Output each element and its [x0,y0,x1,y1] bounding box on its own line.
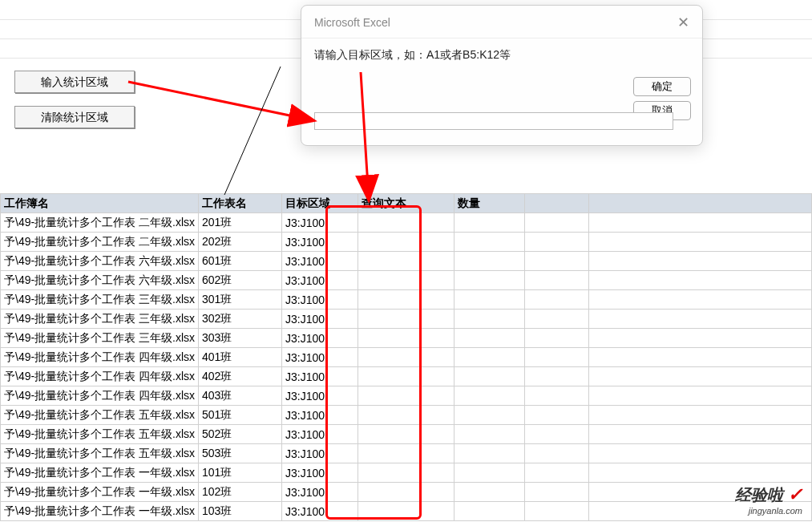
cell-range[interactable]: J3:J100 [282,252,358,271]
cell-empty[interactable] [525,502,589,521]
cell-count[interactable] [454,483,525,502]
cell-worksheet[interactable]: 101班 [199,463,282,483]
cell-query[interactable] [358,425,454,444]
target-range-input[interactable] [314,112,673,130]
cell-empty[interactable] [589,367,812,386]
cell-count[interactable] [454,348,525,367]
cell-worksheet[interactable]: 602班 [199,271,282,290]
cell-count[interactable] [454,290,525,310]
cell-range[interactable]: J3:J100 [282,483,358,502]
cell-query[interactable] [358,406,454,425]
cell-workbook[interactable]: 予\49-批量统计多个工作表 三年级.xlsx [1,329,199,348]
cell-query[interactable] [358,271,454,290]
cell-query[interactable] [358,483,454,502]
cell-range[interactable]: J3:J100 [282,367,358,386]
cell-workbook[interactable]: 予\49-批量统计多个工作表 五年级.xlsx [1,425,199,444]
table-row[interactable]: 予\49-批量统计多个工作表 四年级.xlsx401班J3:J100 [1,348,812,367]
input-stat-area-button[interactable]: 输入统计区域 [14,71,135,93]
cell-query[interactable] [358,290,454,310]
cell-empty[interactable] [525,425,589,444]
table-row[interactable]: 予\49-批量统计多个工作表 三年级.xlsx302班J3:J100 [1,310,812,329]
cell-range[interactable]: J3:J100 [282,425,358,444]
cell-workbook[interactable]: 予\49-批量统计多个工作表 一年级.xlsx [1,483,199,502]
cell-workbook[interactable]: 予\49-批量统计多个工作表 一年级.xlsx [1,502,199,521]
cell-range[interactable]: J3:J100 [282,329,358,348]
cell-query[interactable] [358,348,454,367]
cell-empty[interactable] [589,233,812,252]
cell-workbook[interactable]: 予\49-批量统计多个工作表 一年级.xlsx [1,463,199,483]
cell-empty[interactable] [589,444,812,463]
cell-workbook[interactable]: 予\49-批量统计多个工作表 四年级.xlsx [1,386,199,406]
cell-worksheet[interactable]: 102班 [199,483,282,502]
cell-workbook[interactable]: 予\49-批量统计多个工作表 四年级.xlsx [1,367,199,386]
cell-count[interactable] [454,502,525,521]
cell-range[interactable]: J3:J100 [282,310,358,329]
cell-range[interactable]: J3:J100 [282,502,358,521]
table-row[interactable]: 予\49-批量统计多个工作表 五年级.xlsx501班J3:J100 [1,406,812,425]
cell-range[interactable]: J3:J100 [282,271,358,290]
table-row[interactable]: 予\49-批量统计多个工作表 三年级.xlsx303班J3:J100 [1,329,812,348]
table-row[interactable]: 予\49-批量统计多个工作表 四年级.xlsx402班J3:J100 [1,367,812,386]
cell-query[interactable] [358,444,454,463]
cell-query[interactable] [358,213,454,233]
cell-query[interactable] [358,252,454,271]
cell-query[interactable] [358,386,454,406]
cell-worksheet[interactable]: 303班 [199,329,282,348]
table-row[interactable]: 予\49-批量统计多个工作表 三年级.xlsx301班J3:J100 [1,290,812,310]
cell-worksheet[interactable]: 502班 [199,425,282,444]
cell-empty[interactable] [525,329,589,348]
cell-query[interactable] [358,502,454,521]
cell-worksheet[interactable]: 501班 [199,406,282,425]
cell-count[interactable] [454,406,525,425]
cell-empty[interactable] [525,233,589,252]
cell-workbook[interactable]: 予\49-批量统计多个工作表 五年级.xlsx [1,444,199,463]
cell-workbook[interactable]: 予\49-批量统计多个工作表 六年级.xlsx [1,271,199,290]
cell-empty[interactable] [589,271,812,290]
cell-workbook[interactable]: 予\49-批量统计多个工作表 三年级.xlsx [1,290,199,310]
clear-stat-area-button[interactable]: 清除统计区域 [14,106,135,128]
cell-count[interactable] [454,444,525,463]
cell-range[interactable]: J3:J100 [282,406,358,425]
cell-worksheet[interactable]: 503班 [199,444,282,463]
cell-empty[interactable] [525,252,589,271]
cell-empty[interactable] [525,213,589,233]
cell-query[interactable] [358,310,454,329]
table-row[interactable]: 予\49-批量统计多个工作表 五年级.xlsx503班J3:J100 [1,444,812,463]
close-icon[interactable]: ✕ [677,14,689,31]
table-row[interactable]: 予\49-批量统计多个工作表 二年级.xlsx201班J3:J100 [1,213,812,233]
cell-empty[interactable] [525,271,589,290]
cell-workbook[interactable]: 予\49-批量统计多个工作表 三年级.xlsx [1,310,199,329]
cell-range[interactable]: J3:J100 [282,233,358,252]
cell-query[interactable] [358,233,454,252]
cell-worksheet[interactable]: 201班 [199,213,282,233]
cell-count[interactable] [454,367,525,386]
cell-count[interactable] [454,233,525,252]
cell-range[interactable]: J3:J100 [282,290,358,310]
table-row[interactable]: 予\49-批量统计多个工作表 六年级.xlsx601班J3:J100 [1,252,812,271]
cell-worksheet[interactable]: 402班 [199,367,282,386]
cell-empty[interactable] [525,406,589,425]
cell-count[interactable] [454,252,525,271]
data-table[interactable]: 工作簿名 工作表名 目标区域 查询文本 数量 予\49-批量统计多个工作表 二年… [0,193,812,521]
cell-count[interactable] [454,463,525,483]
cell-query[interactable] [358,367,454,386]
cell-worksheet[interactable]: 103班 [199,502,282,521]
cell-range[interactable]: J3:J100 [282,348,358,367]
cell-count[interactable] [454,425,525,444]
cell-count[interactable] [454,271,525,290]
cell-query[interactable] [358,329,454,348]
cell-workbook[interactable]: 予\49-批量统计多个工作表 六年级.xlsx [1,252,199,271]
cell-empty[interactable] [589,425,812,444]
cell-empty[interactable] [525,348,589,367]
cell-count[interactable] [454,329,525,348]
cell-worksheet[interactable]: 202班 [199,233,282,252]
cell-empty[interactable] [525,444,589,463]
table-row[interactable]: 予\49-批量统计多个工作表 一年级.xlsx101班J3:J100 [1,463,812,483]
cell-worksheet[interactable]: 601班 [199,252,282,271]
cell-empty[interactable] [589,463,812,483]
cell-query[interactable] [358,463,454,483]
cell-empty[interactable] [589,213,812,233]
cell-empty[interactable] [589,252,812,271]
cell-range[interactable]: J3:J100 [282,386,358,406]
cell-count[interactable] [454,386,525,406]
